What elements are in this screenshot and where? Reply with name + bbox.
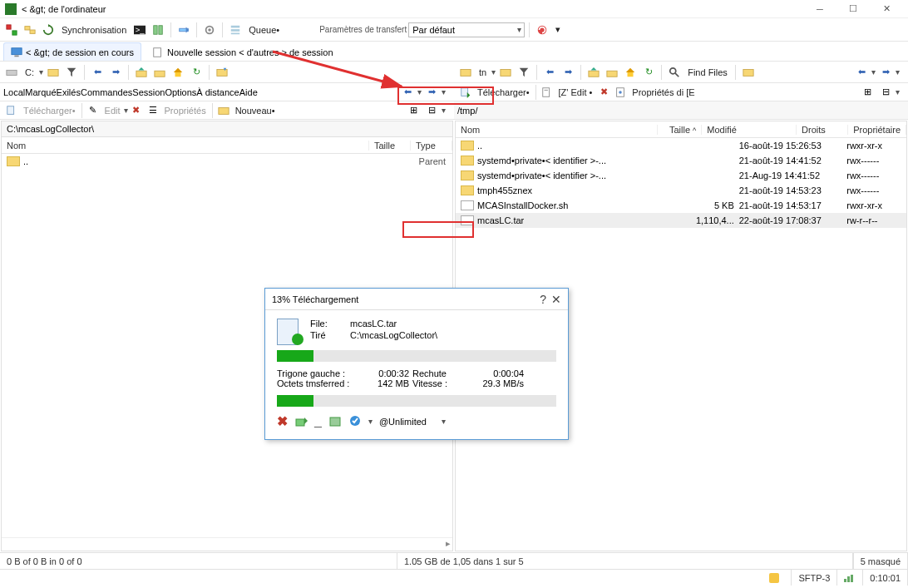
download-icon[interactable] — [457, 84, 474, 101]
speed-icon[interactable] — [348, 414, 362, 429]
download-label[interactable]: Télécharger• — [474, 87, 533, 97]
props-icon[interactable]: ☰ — [145, 102, 161, 119]
open-folder-icon[interactable] — [497, 64, 514, 81]
nav-back-icon[interactable]: ⬅ — [89, 64, 106, 81]
col-type[interactable]: Type — [411, 141, 452, 151]
menu-plus-icon[interactable]: ⊞ — [405, 102, 422, 119]
refresh-icon[interactable]: ↻ — [640, 64, 657, 81]
new-icon[interactable] — [215, 102, 232, 119]
gear-icon[interactable] — [201, 22, 218, 38]
cancel-button[interactable]: ✖ — [277, 413, 288, 429]
col-size[interactable]: Taille — [369, 141, 411, 151]
queue-icon[interactable] — [227, 22, 244, 38]
right-column-headers[interactable]: Nom Taille ^ Modifié Droits Propriétaire — [456, 121, 906, 138]
col-name[interactable]: Nom — [2, 141, 369, 151]
disconnect-icon[interactable] — [534, 22, 550, 38]
nav-left-icon[interactable]: ⬅ — [399, 84, 416, 101]
tab-new-session[interactable]: Nouvelle session < d'autres > de session — [145, 42, 341, 61]
sync-folders-icon[interactable] — [22, 22, 38, 38]
menu-plus-icon[interactable]: ⊞ — [859, 84, 876, 101]
list-item[interactable]: systemd•private•< identifier >-...21-aoû… — [456, 153, 906, 168]
list-item[interactable]: mcasLC.tar1,110,4...22-août-19 17:08:37r… — [456, 213, 906, 228]
terminal-icon[interactable]: >_ — [131, 22, 148, 38]
right-drive-label[interactable]: tn — [476, 67, 490, 77]
props-label[interactable]: Propriétés di [E — [629, 87, 698, 97]
menu-minus-icon[interactable]: ⊟ — [423, 102, 440, 119]
status-chart-icon[interactable] — [837, 570, 863, 586]
chevron-down-icon[interactable]: ▾ — [442, 87, 446, 96]
menu-options[interactable]: Options — [165, 87, 196, 97]
nav-right-icon[interactable]: ➡ — [877, 64, 894, 81]
edit-icon[interactable] — [539, 84, 555, 101]
parent-folder-icon[interactable] — [585, 64, 602, 81]
dialog-titlebar[interactable]: 13% Téléchargement ? ✕ — [265, 289, 568, 310]
root-folder-icon[interactable] — [151, 64, 168, 81]
refresh-icon[interactable]: ↻ — [188, 64, 205, 81]
bookmark-folder-icon[interactable] — [214, 64, 230, 81]
tab-session-current[interactable]: < &gt; de session en cours — [3, 42, 141, 61]
menu-commands[interactable]: Commandes — [81, 87, 132, 97]
chevron-down-icon[interactable]: ▾ — [871, 67, 876, 77]
minimize-button[interactable]: _ — [314, 414, 322, 429]
list-item[interactable]: ..16-août-19 15:26:53rwxr-xr-xracine — [456, 138, 906, 153]
home-icon[interactable] — [622, 64, 639, 81]
props-icon[interactable] — [612, 84, 629, 101]
nav-left-icon[interactable]: ⬅ — [853, 64, 870, 81]
new-label[interactable]: Nouveau• — [232, 106, 279, 116]
menu-marked[interactable]: Marqué — [25, 87, 56, 97]
left-column-headers[interactable]: Nom Taille Type — [2, 137, 452, 154]
chevron-down-icon[interactable]: ▾ — [491, 67, 496, 77]
col-rights[interactable]: Droits — [797, 125, 848, 135]
scrollbar-horizontal[interactable]: ▸ — [2, 537, 452, 551]
list-item[interactable]: systemd•private•< identifier >-...21-Aug… — [456, 168, 906, 183]
root-folder-icon[interactable] — [604, 64, 620, 81]
chevron-down-icon[interactable]: ▾ — [442, 417, 446, 426]
edit-icon[interactable]: ✎ — [85, 102, 101, 119]
delete-icon[interactable]: ✖ — [128, 102, 145, 119]
col-owner[interactable]: Propriétaire — [848, 125, 906, 135]
find-files-label[interactable]: Find Files — [684, 67, 731, 77]
window-close-button[interactable]: ✕ — [870, 1, 903, 17]
home-icon[interactable] — [170, 64, 186, 81]
transfer-settings-combo[interactable]: Par défaut — [408, 22, 525, 37]
sync-circle-icon[interactable] — [40, 22, 57, 38]
bookmark-folder-icon[interactable] — [740, 64, 757, 81]
delete-icon[interactable]: ✖ — [595, 84, 612, 101]
menu-remote[interactable]: À distance — [196, 87, 239, 97]
remote-folder-icon[interactable] — [457, 64, 474, 81]
disconnect-dropdown[interactable]: ▾ — [552, 24, 564, 35]
dialog-close-button[interactable]: ✕ — [551, 293, 561, 306]
list-item[interactable]: tmph455znex21-août-19 14:53:23rwx------r… — [456, 183, 906, 198]
dialog-help-button[interactable]: ? — [540, 293, 546, 306]
nav-back-icon[interactable]: ⬅ — [541, 64, 558, 81]
parent-folder-icon[interactable] — [133, 64, 150, 81]
nav-forward-icon[interactable]: ➡ — [560, 64, 576, 81]
list-item[interactable]: MCASInstallDocker.sh5 KB21-août-19 14:53… — [456, 198, 906, 213]
list-item[interactable]: .. Parent — [2, 154, 452, 169]
edit-label[interactable]: [Z' Edit • — [555, 87, 596, 97]
chevron-down-icon[interactable]: ▾ — [442, 106, 446, 115]
col-modified[interactable]: Modifié — [702, 125, 797, 135]
chevron-down-icon[interactable]: ▾ — [896, 67, 900, 77]
once-done-button[interactable] — [328, 414, 342, 429]
menu-local[interactable]: Local — [3, 87, 25, 97]
filter-icon[interactable] — [516, 64, 532, 81]
menu-help[interactable]: Aide — [239, 87, 258, 97]
drive-icon[interactable] — [3, 64, 20, 81]
sync-browse-icon[interactable] — [150, 22, 166, 38]
filter-icon[interactable] — [63, 64, 80, 81]
col-name[interactable]: Nom — [456, 125, 658, 135]
chevron-down-icon[interactable]: ▾ — [39, 67, 43, 77]
nav-forward-icon[interactable]: ➡ — [107, 64, 124, 81]
transfer-settings-icon[interactable] — [175, 22, 192, 38]
sync-label[interactable]: Synchronisation — [58, 25, 130, 35]
window-maximize-button[interactable]: ☐ — [836, 1, 870, 17]
queue-label[interactable]: Queue• — [245, 25, 283, 35]
compare-icon[interactable] — [3, 22, 20, 38]
speed-limit-label[interactable]: @Unlimited — [379, 417, 427, 427]
find-icon[interactable] — [666, 64, 683, 81]
window-minimize-button[interactable]: ─ — [803, 1, 836, 17]
left-drive-label[interactable]: C: — [22, 67, 37, 77]
menu-minus-icon[interactable]: ⊟ — [877, 84, 894, 101]
background-button[interactable] — [294, 414, 308, 429]
